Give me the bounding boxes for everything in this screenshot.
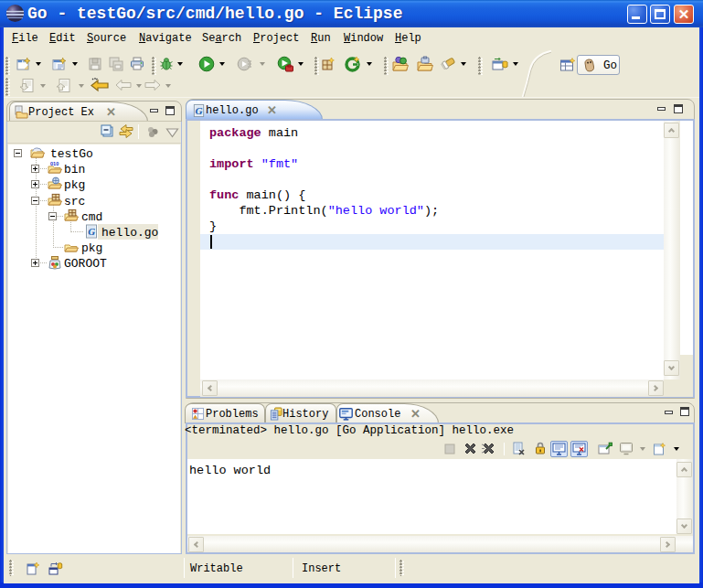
svg-text:G: G bbox=[88, 226, 95, 237]
svg-text:G: G bbox=[196, 105, 203, 116]
svg-text:010: 010 bbox=[50, 161, 59, 166]
